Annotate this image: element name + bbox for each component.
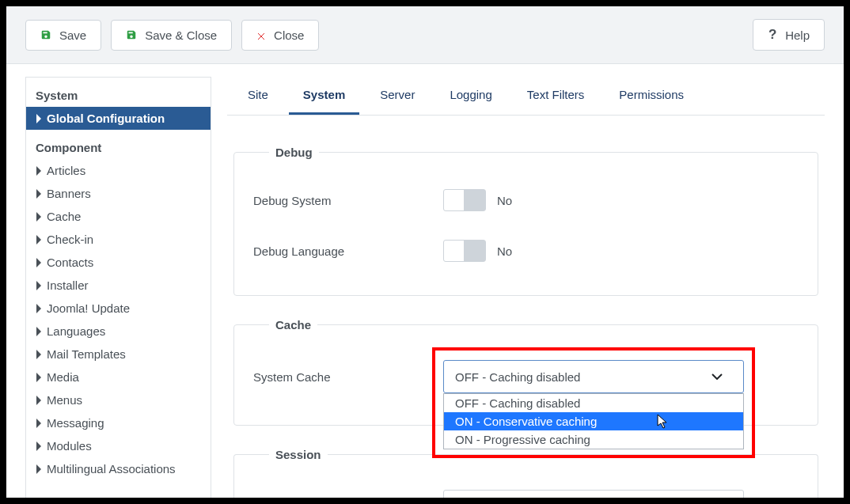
chevron-right-icon [36,464,42,474]
row-debug-system: Debug System No [253,175,799,225]
tab-permissions[interactable]: Permissions [605,77,698,115]
chevron-right-icon [36,441,42,451]
tab-logging[interactable]: Logging [435,77,506,115]
sidebar-item-label: Menus [47,393,82,407]
help-label: Help [785,28,810,42]
legend-session: Session [269,448,328,461]
save-button[interactable]: Save [25,20,101,51]
close-button[interactable]: Close [241,20,319,51]
label-debug-language: Debug Language [253,244,443,258]
label-debug-system: Debug System [253,194,443,207]
value-debug-language: No [497,244,512,258]
sidebar-heading-system: System [26,85,211,107]
select-session-handler[interactable]: Database [443,490,744,498]
sidebar-item-global-configuration[interactable]: Global Configuration [26,107,211,130]
chevron-right-icon [36,350,42,359]
sidebar-item-label: Modules [47,439,92,453]
chevron-right-icon [36,327,42,336]
fieldset-debug: Debug Debug System No Debug Language No [233,146,818,296]
chevron-right-icon [36,281,42,290]
sidebar-item-label: Installer [47,279,89,292]
chevron-right-icon [36,114,42,123]
dropdown-option[interactable]: ON - Conservative caching [444,412,743,430]
sidebar-item[interactable]: Mail Templates [26,343,211,366]
sidebar-item[interactable]: Joomla! Update [26,297,211,320]
select-system-cache[interactable]: OFF - Caching disabled [443,360,744,393]
chevron-right-icon [36,419,42,428]
toggle-debug-system[interactable] [443,189,486,211]
dropdown-option[interactable]: OFF - Caching disabled [444,394,743,412]
help-icon: ? [768,28,777,42]
sidebar-item-label: Joomla! Update [47,301,130,315]
sidebar-item-label: Languages [47,324,105,338]
chevron-right-icon [36,373,42,382]
tab-system[interactable]: System [289,77,359,115]
sidebar-item[interactable]: Media [26,366,211,388]
sidebar: System Global Configuration Component Ar… [25,77,211,498]
legend-debug: Debug [269,146,319,159]
sidebar-item-label: Multilingual Associations [47,462,176,476]
sidebar-item[interactable]: Modules [26,434,211,457]
sidebar-item[interactable]: Articles [26,159,211,182]
sidebar-heading-component: Component [26,138,211,159]
tab-server[interactable]: Server [366,77,429,115]
sidebar-item-label: Mail Templates [47,347,126,361]
label-system-cache: System Cache [253,370,443,384]
sidebar-item[interactable]: Installer [26,274,211,297]
chevron-right-icon [36,304,42,313]
row-debug-language: Debug Language No [253,225,799,276]
sidebar-item[interactable]: Languages [26,320,211,343]
chevron-right-icon [36,212,42,222]
sidebar-item[interactable]: Contacts [26,251,211,274]
dropdown-option[interactable]: ON - Progressive caching [444,430,743,449]
sidebar-item-label: Cache [47,210,81,223]
chevron-right-icon [36,166,42,176]
value-debug-system: No [497,194,512,207]
select-value: OFF - Caching disabled [455,370,580,384]
sidebar-item-label: Global Configuration [47,112,165,125]
sidebar-item-label: Contacts [47,256,93,269]
chevron-down-icon [702,491,732,498]
chevron-right-icon [36,258,42,267]
sidebar-item[interactable]: Menus [26,388,211,411]
sidebar-item-label: Articles [47,164,85,177]
row-system-cache: System Cache OFF - Caching disabled OFF … [253,347,799,406]
chevron-right-icon [36,189,42,199]
tabs: SiteSystemServerLoggingText FiltersPermi… [227,77,825,116]
chevron-right-icon [36,396,42,405]
legend-cache: Cache [269,318,317,332]
sidebar-item-label: Media [47,370,79,384]
tab-text-filters[interactable]: Text Filters [513,77,599,115]
sidebar-item[interactable]: Multilingual Associations [26,457,211,480]
chevron-down-icon [702,361,732,392]
close-icon [256,30,266,40]
dropdown-system-cache: OFF - Caching disabledON - Conservative … [443,393,744,449]
tab-site[interactable]: Site [233,77,283,115]
tab-content: Debug Debug System No Debug Language No [227,116,825,498]
save-close-button[interactable]: Save & Close [111,20,232,51]
fieldset-session: Session Session Handler Database [233,448,818,498]
fieldset-cache: Cache System Cache OFF - Caching disable… [233,318,818,426]
close-label: Close [274,28,304,42]
toggle-debug-language[interactable] [443,240,486,262]
main-content: SiteSystemServerLoggingText FiltersPermi… [227,77,825,498]
row-session-handler: Session Handler Database [253,477,799,498]
sidebar-item[interactable]: Cache [26,205,211,228]
save-label: Save [59,28,86,42]
sidebar-item[interactable]: Messaging [26,411,211,434]
toolbar: Save Save & Close Close ? Help [6,6,844,64]
sidebar-item-label: Messaging [47,416,104,430]
save-icon [40,29,51,40]
help-button[interactable]: ? Help [753,19,825,51]
chevron-right-icon [36,235,42,244]
sidebar-item-label: Banners [47,187,91,200]
save-close-label: Save & Close [145,28,217,42]
save-icon [126,29,137,40]
sidebar-item[interactable]: Banners [26,182,211,205]
sidebar-item-label: Check-in [47,233,93,246]
sidebar-item[interactable]: Check-in [26,228,211,251]
